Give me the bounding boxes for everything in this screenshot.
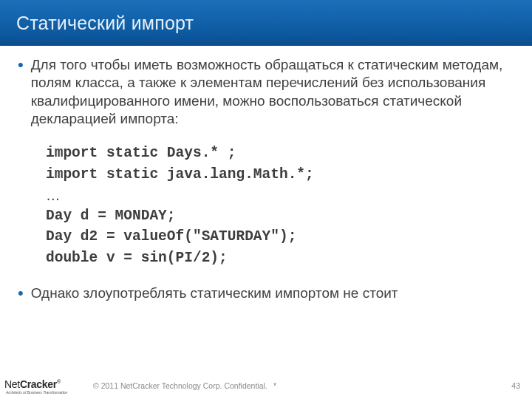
logo-text: NetCracker® bbox=[4, 378, 84, 391]
bullet-text: Для того чтобы иметь возможность обращат… bbox=[31, 56, 514, 128]
bullet-item: • Для того чтобы иметь возможность обращ… bbox=[18, 56, 514, 128]
copyright-text: © 2011 NetCracker Technology Corp. Confi… bbox=[93, 381, 267, 390]
code-line: … bbox=[46, 185, 514, 205]
slide-title: Статический импорт bbox=[16, 13, 194, 34]
code-line: Day d = MONDAY; bbox=[46, 205, 514, 226]
slide-header: Статический импорт bbox=[0, 0, 532, 46]
code-line: Day d2 = valueOf("SATURDAY"); bbox=[46, 226, 514, 247]
logo: NetCracker® Architects of Business Trans… bbox=[4, 378, 84, 395]
code-line: import static Days.* ; bbox=[46, 143, 514, 163]
logo-part-net: Net bbox=[4, 378, 20, 390]
code-block: import static Days.* ; import static jav… bbox=[18, 143, 514, 268]
logo-tagline: Architects of Business Transformation bbox=[4, 390, 84, 395]
code-line: import static java.lang.Math.*; bbox=[46, 164, 514, 185]
bullet-item: • Однако злоупотреблять статическим импо… bbox=[18, 284, 514, 302]
page-number: 43 bbox=[511, 381, 520, 390]
bullet-icon: • bbox=[18, 56, 24, 128]
footnote-marker: * bbox=[273, 381, 276, 390]
bullet-icon: • bbox=[18, 284, 24, 302]
bullet-text: Однако злоупотреблять статическим импорт… bbox=[31, 284, 514, 302]
logo-registered-icon: ® bbox=[57, 379, 61, 384]
logo-part-cracker: Cracker bbox=[20, 378, 57, 390]
slide: Статический импорт • Для того чтобы имет… bbox=[0, 0, 532, 399]
code-line: double v = sin(PI/2); bbox=[46, 248, 514, 268]
slide-footer: NetCracker® Architects of Business Trans… bbox=[0, 368, 532, 399]
slide-content: • Для того чтобы иметь возможность обращ… bbox=[0, 46, 532, 302]
